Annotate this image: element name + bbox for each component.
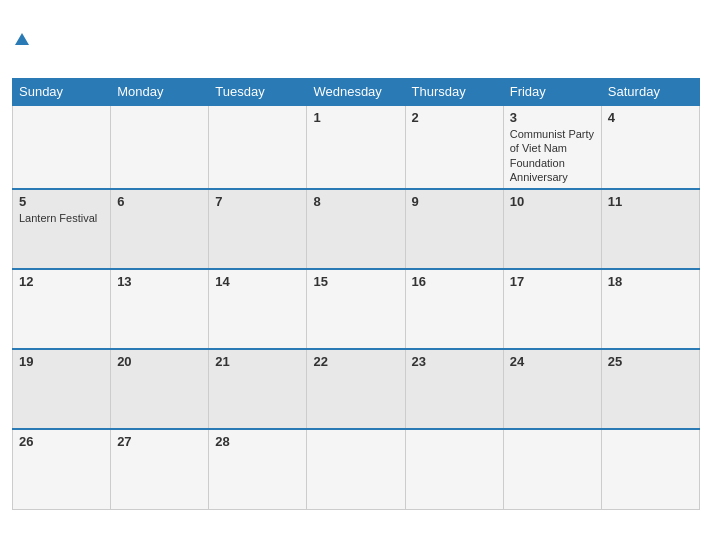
day-number: 9: [412, 194, 497, 209]
calendar-cell: 5Lantern Festival: [13, 189, 111, 269]
calendar-cell: 15: [307, 269, 405, 349]
calendar-cell: 6: [111, 189, 209, 269]
day-number: 28: [215, 434, 300, 449]
day-number: 12: [19, 274, 104, 289]
day-number: 1: [313, 110, 398, 125]
day-number: 14: [215, 274, 300, 289]
day-number: 2: [412, 110, 497, 125]
calendar-cell: 11: [601, 189, 699, 269]
day-header-friday: Friday: [503, 79, 601, 106]
calendar-cell: 2: [405, 105, 503, 189]
calendar-cell: 8: [307, 189, 405, 269]
day-header-tuesday: Tuesday: [209, 79, 307, 106]
calendar-cell: [307, 429, 405, 509]
calendar-cell: [601, 429, 699, 509]
calendar-cell: [13, 105, 111, 189]
calendar-cell: 17: [503, 269, 601, 349]
day-number: 26: [19, 434, 104, 449]
calendar-cell: 26: [13, 429, 111, 509]
day-number: 8: [313, 194, 398, 209]
calendar-cell: 10: [503, 189, 601, 269]
day-number: 27: [117, 434, 202, 449]
calendar-cell: [503, 429, 601, 509]
calendar-header: [12, 10, 700, 70]
calendar-cell: [209, 105, 307, 189]
calendar-cell: 28: [209, 429, 307, 509]
logo-icon: [13, 31, 31, 49]
day-number: 24: [510, 354, 595, 369]
calendar-cell: [405, 429, 503, 509]
day-number: 19: [19, 354, 104, 369]
day-number: 10: [510, 194, 595, 209]
day-number: 22: [313, 354, 398, 369]
calendar-cell: 21: [209, 349, 307, 429]
calendar-week-row: 12131415161718: [13, 269, 700, 349]
day-number: 3: [510, 110, 595, 125]
day-header-sunday: Sunday: [13, 79, 111, 106]
svg-marker-0: [15, 33, 29, 45]
calendar-cell: 14: [209, 269, 307, 349]
day-number: 21: [215, 354, 300, 369]
day-header-saturday: Saturday: [601, 79, 699, 106]
calendar-cell: 1: [307, 105, 405, 189]
day-number: 20: [117, 354, 202, 369]
calendar-cell: 22: [307, 349, 405, 429]
day-header-thursday: Thursday: [405, 79, 503, 106]
calendar-week-row: 5Lantern Festival67891011: [13, 189, 700, 269]
day-number: 6: [117, 194, 202, 209]
calendar-cell: 9: [405, 189, 503, 269]
day-header-monday: Monday: [111, 79, 209, 106]
day-number: 18: [608, 274, 693, 289]
calendar-header-row: SundayMondayTuesdayWednesdayThursdayFrid…: [13, 79, 700, 106]
calendar-cell: 25: [601, 349, 699, 429]
calendar-cell: 27: [111, 429, 209, 509]
day-header-wednesday: Wednesday: [307, 79, 405, 106]
day-number: 15: [313, 274, 398, 289]
calendar-cell: 3Communist Party of Viet Nam Foundation …: [503, 105, 601, 189]
calendar-week-row: 123Communist Party of Viet Nam Foundatio…: [13, 105, 700, 189]
day-number: 17: [510, 274, 595, 289]
calendar-cell: 23: [405, 349, 503, 429]
calendar-cell: 12: [13, 269, 111, 349]
calendar-cell: 19: [13, 349, 111, 429]
day-number: 13: [117, 274, 202, 289]
logo: [12, 31, 32, 49]
calendar-cell: 16: [405, 269, 503, 349]
calendar-cell: [111, 105, 209, 189]
calendar-cell: 20: [111, 349, 209, 429]
day-number: 7: [215, 194, 300, 209]
calendar-cell: 7: [209, 189, 307, 269]
calendar-week-row: 19202122232425: [13, 349, 700, 429]
event-text: Lantern Festival: [19, 211, 104, 225]
day-number: 11: [608, 194, 693, 209]
calendar-wrapper: SundayMondayTuesdayWednesdayThursdayFrid…: [0, 0, 712, 550]
calendar-cell: 18: [601, 269, 699, 349]
event-text: Communist Party of Viet Nam Foundation A…: [510, 127, 595, 184]
calendar-cell: 13: [111, 269, 209, 349]
calendar-cell: 24: [503, 349, 601, 429]
calendar-cell: 4: [601, 105, 699, 189]
day-number: 5: [19, 194, 104, 209]
day-number: 25: [608, 354, 693, 369]
day-number: 16: [412, 274, 497, 289]
day-number: 4: [608, 110, 693, 125]
calendar-grid: SundayMondayTuesdayWednesdayThursdayFrid…: [12, 78, 700, 510]
day-number: 23: [412, 354, 497, 369]
calendar-week-row: 262728: [13, 429, 700, 509]
